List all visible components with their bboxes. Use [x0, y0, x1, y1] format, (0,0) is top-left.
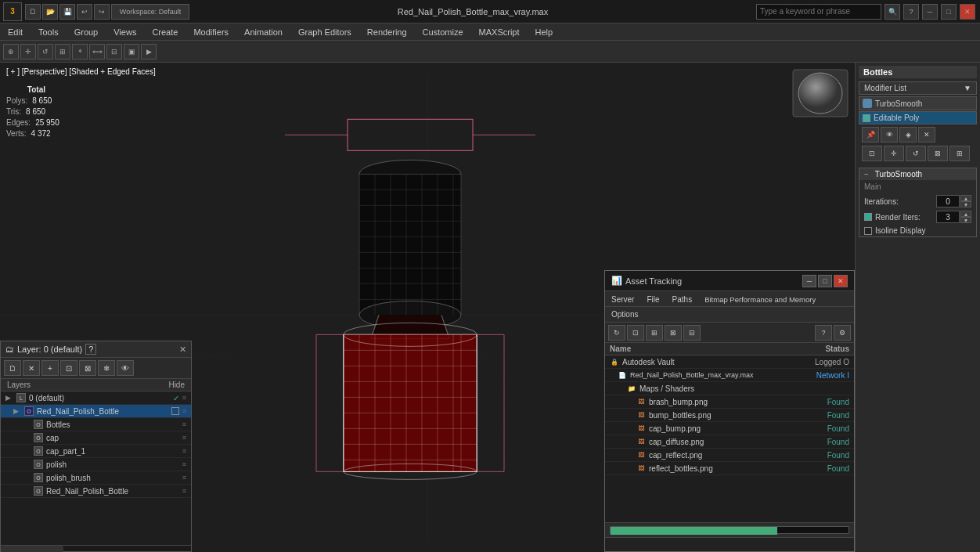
new-btn[interactable]: 🗋	[25, 4, 41, 20]
ts-render-iters-cb[interactable]	[864, 213, 872, 221]
select-type-btn[interactable]: ⊡	[862, 146, 882, 161]
close-btn[interactable]: ✕	[960, 4, 975, 20]
maximize-btn[interactable]: □	[941, 4, 957, 20]
rotate-type-btn[interactable]: ↺	[906, 146, 926, 161]
at-row-brash-bump[interactable]: 🖼 brash_bump.png Found	[605, 395, 854, 409]
at-row-cap-diffuse[interactable]: 🖼 cap_diffuse.png Found	[605, 435, 854, 449]
modifier-list-header[interactable]: Modifier List ▼	[859, 81, 977, 95]
open-btn[interactable]: 📂	[42, 4, 58, 20]
at-menu-bitmap[interactable]: Bitmap Performance and Memory	[698, 291, 822, 307]
modifier-turbosmooth[interactable]: TurboSmooth	[859, 96, 977, 110]
at-select-btn[interactable]: ⊡	[627, 325, 644, 341]
layer-row-cap-part-1[interactable]: O cap_part_1 ≡	[1, 445, 191, 458]
scale-tool[interactable]: ⊞	[55, 44, 70, 60]
extra-btn[interactable]: ⊞	[949, 146, 970, 161]
at-menu-paths[interactable]: Paths	[666, 291, 699, 307]
at-row-reflect-bottles[interactable]: 🖼 reflect_bottles.png Found	[605, 462, 854, 475]
layer-row-polish[interactable]: O polish ≡	[1, 458, 191, 471]
layer-select-btn[interactable]: ⊡	[60, 360, 77, 376]
at-row-maps[interactable]: 📁 Maps / Shaders	[605, 382, 854, 395]
undo-btn[interactable]: ↩	[77, 4, 92, 20]
remove-mod-btn[interactable]: ✕	[918, 127, 935, 143]
ts-iterations-field[interactable]	[936, 195, 960, 207]
layer-row-bottles[interactable]: O Bottles ≡	[1, 418, 191, 431]
layer-row-rnpb-2[interactable]: O Red_Nail_Polish_Bottle ≡	[1, 485, 191, 498]
ts-render-iters-field[interactable]	[936, 211, 960, 223]
ts-isoline-cb[interactable]	[864, 227, 872, 235]
ts-render-iters-down[interactable]: ▼	[960, 217, 971, 223]
at-refresh-btn[interactable]: ↻	[608, 325, 625, 341]
modifier-editable-poly[interactable]: Editable Poly	[859, 111, 977, 124]
at-copy-btn[interactable]: ⊞	[646, 325, 663, 341]
search-input[interactable]	[756, 4, 881, 20]
move-type-btn[interactable]: ✛	[884, 146, 904, 161]
layer-highlight-btn[interactable]: ⊠	[79, 360, 96, 376]
mirror-tool[interactable]: ⟺	[89, 44, 105, 60]
at-vault-icon: 🔒	[610, 357, 619, 366]
pin-stack-btn[interactable]: 📌	[862, 127, 879, 143]
layer-row-red-nail-polish[interactable]: ▶ O Red_Nail_Polish_Bottle ≡	[1, 405, 191, 418]
make-unique-btn[interactable]: ◈	[899, 127, 917, 143]
layer-row-default[interactable]: ▶ L 0 (default) ✓ ≡	[1, 391, 191, 405]
ts-iterations-down[interactable]: ▼	[960, 201, 971, 207]
menu-group[interactable]: Group	[67, 23, 106, 41]
scale-type-btn[interactable]: ⊠	[928, 146, 948, 161]
menu-modifiers[interactable]: Modifiers	[186, 23, 236, 41]
select-tool[interactable]: ⊕	[3, 44, 19, 60]
layer-add-btn[interactable]: +	[41, 360, 59, 376]
menu-help[interactable]: Help	[528, 23, 561, 41]
layer-row-polish-brush[interactable]: O polish_brush ≡	[1, 471, 191, 485]
at-row-max-file[interactable]: 📄 Red_Nail_Polish_Bottle_max_vray.max Ne…	[605, 369, 854, 382]
menu-animation[interactable]: Animation	[236, 23, 290, 41]
help-icon[interactable]: ?	[903, 4, 919, 20]
render-btn[interactable]: ▶	[141, 44, 157, 60]
menu-customize[interactable]: Customize	[415, 23, 471, 41]
at-menu-file[interactable]: File	[640, 291, 665, 307]
rotate-tool[interactable]: ↺	[38, 44, 53, 60]
menu-rendering[interactable]: Rendering	[359, 23, 415, 41]
at-grid-btn[interactable]: ⊟	[683, 325, 701, 341]
menu-tools[interactable]: Tools	[31, 23, 67, 41]
show-result-btn[interactable]: 👁	[881, 127, 898, 143]
at-help-btn[interactable]: ?	[815, 325, 832, 341]
menu-views[interactable]: Views	[106, 23, 144, 41]
at-row-vault[interactable]: 🔒 Autodesk Vault Logged O	[605, 355, 854, 369]
at-row-cap-reflect[interactable]: 🖼 cap_reflect.png Found	[605, 449, 854, 462]
redo-btn[interactable]: ↪	[94, 4, 110, 20]
editable-poly-checkbox[interactable]	[863, 114, 870, 122]
menu-edit[interactable]: Edit	[0, 23, 31, 41]
align-tool[interactable]: ⊟	[106, 44, 122, 60]
at-expand-btn[interactable]: ⊠	[665, 325, 682, 341]
layer-row-cap[interactable]: O cap ≡	[1, 431, 191, 445]
at-row-bump-bottles[interactable]: 🖼 bump_bottles.png Found	[605, 409, 854, 422]
layer-manager-close[interactable]: ✕	[179, 345, 186, 355]
at-options-menu[interactable]: Options	[605, 307, 854, 323]
menu-create[interactable]: Create	[144, 23, 186, 41]
layer-list: ▶ L 0 (default) ✓ ≡ ▶ O Red_Nail_Polish_…	[1, 391, 191, 545]
workspace-dropdown[interactable]: Workspace: Default	[111, 4, 189, 20]
ts-render-iters-up[interactable]: ▲	[960, 211, 971, 217]
layer-manager-help[interactable]: ?	[85, 344, 96, 355]
window-title: Red_Nail_Polish_Bottle_max_vray.max	[189, 7, 756, 16]
lm-scrollbar[interactable]	[1, 545, 191, 551]
ts-iterations-up[interactable]: ▲	[960, 195, 971, 201]
move-tool[interactable]: ✛	[20, 44, 36, 60]
layer-hide-all-btn[interactable]: 👁	[117, 360, 134, 376]
at-settings-btn[interactable]: ⚙	[834, 325, 851, 341]
at-row-cap-bump[interactable]: 🖼 cap_bump.png Found	[605, 422, 854, 435]
menu-maxscript[interactable]: MAXScript	[471, 23, 528, 41]
save-btn[interactable]: 💾	[59, 4, 75, 20]
layer-new-layer-btn[interactable]: 🗋	[4, 360, 21, 376]
minimize-btn[interactable]: ─	[922, 4, 938, 20]
at-minimize-btn[interactable]: ─	[802, 275, 816, 287]
at-close-btn[interactable]: ✕	[834, 275, 848, 287]
render-setup[interactable]: ▣	[124, 44, 139, 60]
at-menu-server[interactable]: Server	[605, 291, 640, 307]
snap-tool[interactable]: ⌖	[72, 44, 88, 60]
menu-graph-editors[interactable]: Graph Editors	[290, 23, 359, 41]
at-maximize-btn[interactable]: □	[818, 275, 832, 287]
layer-freeze-btn[interactable]: ❄	[98, 360, 115, 376]
layer-delete-btn[interactable]: ✕	[23, 360, 40, 376]
search-btn[interactable]: 🔍	[885, 4, 900, 20]
hide-label[interactable]: Hide	[168, 381, 185, 389]
